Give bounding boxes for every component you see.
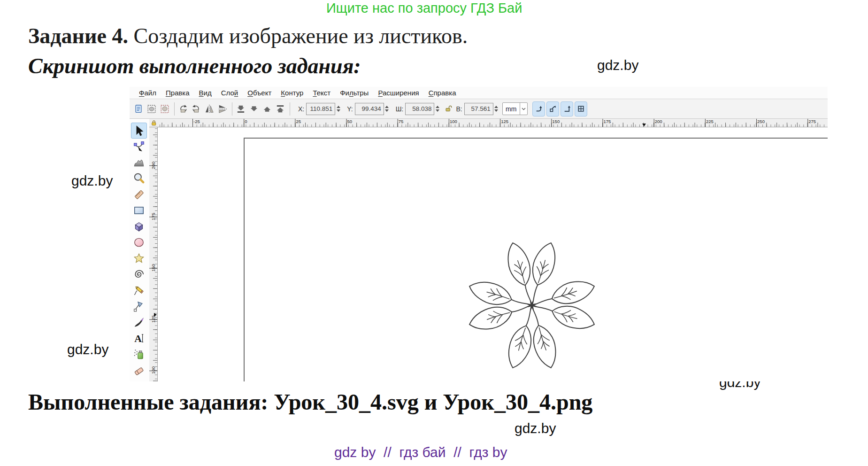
menu-item[interactable]: Контур bbox=[276, 89, 308, 97]
tool-spray[interactable] bbox=[131, 346, 147, 362]
leaf-flower-drawing[interactable] bbox=[461, 235, 602, 376]
select-all-layers-button[interactable] bbox=[146, 102, 158, 116]
rotate-ccw-button[interactable] bbox=[177, 102, 189, 116]
vertical-ruler[interactable]: 200175150125100 bbox=[149, 127, 158, 381]
flip-vertical-button[interactable] bbox=[216, 102, 229, 116]
ruler-corner[interactable] bbox=[149, 119, 158, 127]
move-gradients-toggle[interactable] bbox=[532, 101, 545, 116]
hruler-label: 150 bbox=[552, 119, 603, 124]
task-number: Задание 4. bbox=[28, 24, 128, 48]
lower-button[interactable] bbox=[248, 102, 260, 116]
grid-box-icon bbox=[577, 105, 584, 112]
hruler-label: 225 bbox=[706, 119, 757, 124]
pencil-icon bbox=[133, 284, 145, 296]
tool-eraser[interactable] bbox=[131, 362, 147, 378]
height-spinner[interactable] bbox=[493, 103, 499, 115]
affect-toggles bbox=[532, 101, 589, 116]
menu-item[interactable]: Объект bbox=[243, 89, 276, 97]
lower-icon bbox=[249, 104, 259, 114]
raise-to-top-button[interactable] bbox=[274, 102, 286, 116]
scale-stroke-toggle[interactable] bbox=[575, 101, 587, 116]
tool-spiral[interactable] bbox=[131, 266, 147, 282]
tool-calligraphy[interactable] bbox=[131, 314, 147, 330]
screenshot-subtitle: Скриншот выполненного задания: bbox=[28, 54, 361, 78]
tool-3d-box[interactable] bbox=[131, 218, 147, 234]
spiral-icon bbox=[133, 268, 145, 280]
lower-to-bottom-button[interactable] bbox=[235, 102, 247, 116]
menu-item[interactable]: Текст bbox=[308, 89, 335, 97]
x-input[interactable] bbox=[306, 103, 335, 115]
svg-text:A: A bbox=[134, 333, 142, 344]
lock-icon bbox=[151, 120, 157, 126]
lock-ratio-toggle[interactable] bbox=[445, 105, 452, 113]
task-title: Создадим изображение из листиков. bbox=[128, 24, 468, 48]
lower-to-bottom-icon bbox=[236, 104, 246, 114]
hruler-label: 25 bbox=[296, 119, 347, 124]
tool-selector[interactable] bbox=[131, 123, 147, 139]
selector-arrow-icon bbox=[133, 124, 145, 137]
tool-tweak[interactable] bbox=[131, 155, 147, 171]
horizontal-ruler[interactable]: -250255075100125150175200225250275 bbox=[158, 119, 828, 127]
promo-banner: Ищите нас по запросу ГДЗ Бай bbox=[326, 0, 522, 16]
move-pattern-icon bbox=[549, 105, 556, 112]
y-input[interactable] bbox=[355, 103, 384, 115]
tool-bezier-pen[interactable] bbox=[131, 298, 147, 314]
completed-files-line: Выполненные задания: Урок_30_4.svg и Уро… bbox=[28, 389, 592, 415]
tool-measure[interactable] bbox=[131, 186, 147, 202]
move-patterns-toggle[interactable] bbox=[546, 101, 559, 116]
menu-item[interactable]: Слой bbox=[216, 89, 243, 97]
site-tags: gdz by // гдз бай // гдз by bbox=[334, 444, 507, 460]
raise-to-top-icon bbox=[275, 104, 285, 114]
hruler-label: 0 bbox=[245, 119, 296, 124]
tool-star[interactable] bbox=[131, 250, 147, 266]
menu-item[interactable]: Файл bbox=[134, 89, 161, 97]
hruler-label: 250 bbox=[757, 119, 808, 124]
bezier-pen-icon bbox=[133, 300, 145, 312]
tool-ellipse[interactable] bbox=[131, 234, 147, 250]
x-label: X: bbox=[298, 105, 304, 113]
hruler-label: 50 bbox=[347, 119, 399, 124]
tool-zoom[interactable] bbox=[131, 171, 147, 186]
open-lock-icon bbox=[445, 105, 452, 112]
flip-horizontal-button[interactable] bbox=[203, 102, 215, 116]
menu-bar: ФайлПравкаВидСлойОбъектКонтурТекстФильтр… bbox=[130, 87, 828, 99]
tool-rectangle[interactable] bbox=[131, 202, 147, 218]
move-clips-toggle[interactable] bbox=[561, 101, 573, 116]
width-input[interactable] bbox=[405, 103, 434, 115]
vruler-label: 100 bbox=[151, 363, 156, 377]
rotate-cw-button[interactable] bbox=[190, 102, 202, 116]
deselect-button[interactable] bbox=[159, 102, 171, 116]
rectangle-icon bbox=[133, 204, 145, 217]
y-label: Y: bbox=[347, 105, 353, 113]
x-spinner[interactable] bbox=[335, 103, 341, 115]
toolbar-separator bbox=[174, 102, 175, 116]
select-all-button[interactable] bbox=[132, 102, 145, 116]
rotate-cw-icon bbox=[191, 104, 201, 114]
tool-text[interactable]: A bbox=[131, 330, 147, 346]
raise-button[interactable] bbox=[261, 102, 273, 116]
magnifier-icon bbox=[133, 172, 145, 185]
cursor-position-marker bbox=[154, 313, 157, 317]
watermark-gdzby: gdz.by bbox=[597, 57, 638, 73]
y-spinner[interactable] bbox=[384, 103, 390, 115]
menu-item[interactable]: Фильтры bbox=[335, 89, 373, 97]
toolbar-separator bbox=[290, 102, 290, 116]
ruler-icon bbox=[133, 188, 145, 201]
tool-pencil[interactable] bbox=[131, 282, 147, 298]
menu-item[interactable]: Правка bbox=[161, 89, 194, 97]
hruler-label: 125 bbox=[501, 119, 552, 124]
ellipse-icon bbox=[133, 236, 145, 249]
menu-item[interactable]: Справка bbox=[424, 89, 461, 97]
height-input[interactable] bbox=[464, 103, 493, 115]
menu-item[interactable]: Расширения bbox=[373, 89, 423, 97]
tool-node-editor[interactable] bbox=[131, 139, 147, 155]
node-editor-icon bbox=[133, 140, 145, 153]
watermark-gdzby: gdz.by bbox=[515, 420, 556, 436]
menu-item[interactable]: Вид bbox=[194, 89, 216, 97]
page: Ищите нас по запросу ГДЗ Бай Задание 4. … bbox=[0, 0, 868, 466]
hruler-labels: -250255075100125150175200225250275 bbox=[158, 119, 860, 124]
drawing-canvas[interactable] bbox=[158, 127, 828, 381]
width-spinner[interactable] bbox=[434, 103, 440, 115]
units-select[interactable]: mm bbox=[502, 102, 528, 115]
document-icon bbox=[133, 104, 144, 114]
